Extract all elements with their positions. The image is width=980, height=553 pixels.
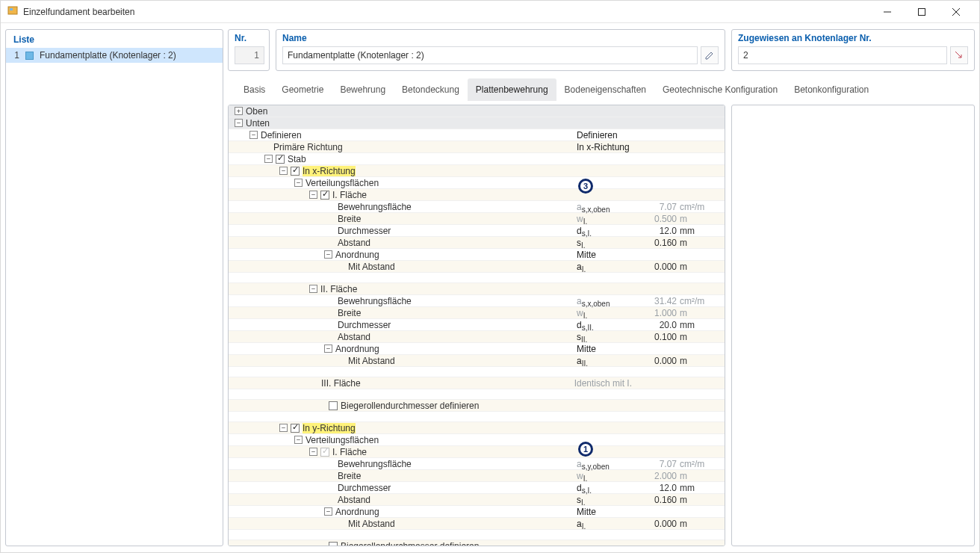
- group-unten[interactable]: − Unten: [229, 117, 725, 129]
- assign-box: Zugewiesen an Knotenlager Nr.: [731, 29, 975, 71]
- minimize-button[interactable]: [870, 1, 905, 23]
- preview-panel: [731, 105, 975, 546]
- row-in-x[interactable]: − In x-Richtung: [229, 165, 725, 177]
- collapse-icon[interactable]: −: [324, 250, 332, 259]
- collapse-icon[interactable]: −: [294, 436, 303, 444]
- row-biegerollen-x[interactable]: Biegerollendurchmesser definieren: [229, 400, 725, 412]
- checkbox[interactable]: [320, 191, 329, 200]
- row-primaer[interactable]: Primäre Richtung In x-Richtung: [229, 141, 725, 153]
- prop-row[interactable]: Mit Abstand aI. 0.000 m: [229, 261, 725, 273]
- value[interactable]: 0.160: [632, 495, 680, 505]
- value[interactable]: 12.0: [632, 226, 680, 236]
- row-definieren[interactable]: − Definieren Definieren: [229, 129, 725, 141]
- value-cell[interactable]: Mitte: [577, 344, 632, 354]
- label: Mit Abstand: [348, 262, 395, 272]
- checkbox[interactable]: [291, 424, 300, 433]
- collapse-icon[interactable]: −: [235, 119, 243, 127]
- collapse-icon[interactable]: −: [309, 285, 317, 293]
- collapse-icon[interactable]: −: [294, 179, 303, 187]
- row-anordnung[interactable]: −Anordnung Mitte: [229, 343, 725, 355]
- prop-row[interactable]: Abstand sI. 0.160 m: [229, 494, 725, 506]
- label: Mit Abstand: [348, 356, 395, 366]
- prop-row[interactable]: Durchmesser ds,I. 12.0 mm: [229, 482, 725, 494]
- prop-row[interactable]: Abstand sII. 0.100 m: [229, 331, 725, 343]
- row-i-flaeche-y[interactable]: − I. Fläche: [229, 446, 725, 458]
- label: Bewehrungsfläche: [338, 202, 412, 212]
- collapse-icon[interactable]: −: [279, 424, 288, 432]
- tab-plattenbewehrung[interactable]: Plattenbewehrung: [468, 78, 556, 101]
- row-anordnung[interactable]: −Anordnung Mitte: [229, 506, 725, 518]
- prop-row[interactable]: Mit Abstand aII. 0.000 m: [229, 355, 725, 367]
- close-button[interactable]: [939, 1, 973, 23]
- value-cell[interactable]: Mitte: [577, 507, 632, 517]
- value[interactable]: 0.160: [632, 238, 680, 248]
- label: Breite: [338, 308, 361, 318]
- checkbox[interactable]: [329, 401, 338, 410]
- pick-node-button[interactable]: [950, 46, 968, 64]
- tab-bodeneigenschaften[interactable]: Bodeneigenschaften: [556, 78, 654, 101]
- param: wI.: [577, 471, 632, 481]
- label: In y-Richtung: [303, 423, 356, 433]
- group-label: Oben: [246, 106, 267, 117]
- value[interactable]: 0.000: [632, 262, 680, 272]
- prop-row[interactable]: Abstand sI. 0.160 m: [229, 237, 725, 249]
- value-cell[interactable]: Mitte: [577, 250, 632, 260]
- nr-title: Nr.: [235, 33, 263, 46]
- collapse-icon[interactable]: −: [324, 507, 332, 516]
- tab-geometrie[interactable]: Geometrie: [273, 78, 332, 101]
- row-in-y[interactable]: − In y-Richtung: [229, 422, 725, 434]
- collapse-icon[interactable]: −: [249, 131, 258, 139]
- label: Bewehrungsfläche: [338, 296, 412, 306]
- group-oben[interactable]: + Oben: [229, 105, 725, 117]
- value[interactable]: 20.0: [632, 320, 680, 330]
- prop-row[interactable]: Durchmesser ds,II. 20.0 mm: [229, 319, 725, 331]
- param: aI.: [577, 519, 632, 529]
- edit-name-button[interactable]: [701, 46, 719, 64]
- row-i-flaeche[interactable]: − I. Fläche: [229, 189, 725, 201]
- value[interactable]: 0.000: [632, 519, 680, 529]
- value[interactable]: 12.0: [632, 483, 680, 493]
- assign-input[interactable]: [738, 46, 947, 64]
- row-biegerollen-y[interactable]: Biegerollendurchmesser definieren: [229, 540, 725, 546]
- tab-betondeckung[interactable]: Betondeckung: [394, 78, 468, 101]
- list-item[interactable]: 1 Fundamentplatte (Knotenlager : 2): [6, 48, 223, 63]
- checkbox[interactable]: [276, 155, 285, 164]
- collapse-icon[interactable]: −: [279, 167, 288, 175]
- value: 7.07: [632, 459, 680, 469]
- collapse-icon[interactable]: −: [324, 345, 332, 353]
- unit: m: [680, 308, 725, 318]
- collapse-icon[interactable]: −: [309, 191, 317, 199]
- group-label: Unten: [246, 118, 270, 129]
- checkbox[interactable]: [291, 167, 300, 176]
- label: Breite: [338, 214, 361, 224]
- prop-row[interactable]: Mit Abstand aI. 0.000 m: [229, 518, 725, 530]
- param: as,x,oben: [577, 296, 632, 306]
- prop-row[interactable]: Durchmesser ds,I. 12.0 mm: [229, 225, 725, 237]
- row-ii-flaeche[interactable]: − II. Fläche: [229, 283, 725, 295]
- tab-bewehrung[interactable]: Bewehrung: [332, 78, 394, 101]
- tab-geotech-konfig[interactable]: Geotechnische Konfiguration: [654, 78, 786, 101]
- row-anordnung[interactable]: −Anordnung Mitte: [229, 249, 725, 261]
- expand-icon[interactable]: +: [235, 107, 243, 115]
- row-verteilung-y[interactable]: − Verteilungsflächen: [229, 434, 725, 446]
- value: 0.500: [632, 214, 680, 224]
- collapse-icon[interactable]: −: [264, 155, 273, 163]
- label: Abstand: [338, 238, 370, 248]
- unit: cm²/m: [680, 296, 725, 306]
- name-box: Name: [276, 29, 725, 71]
- row-verteilung-x[interactable]: − Verteilungsflächen: [229, 177, 725, 189]
- row-stab[interactable]: − Stab: [229, 153, 725, 165]
- value[interactable]: 0.100: [632, 332, 680, 342]
- name-input[interactable]: [282, 46, 698, 64]
- tab-betonkonfig[interactable]: Betonkonfiguration: [786, 78, 877, 101]
- tab-basis[interactable]: Basis: [235, 78, 273, 101]
- unit: m: [680, 332, 725, 342]
- param: as,y,oben: [577, 459, 632, 469]
- value[interactable]: 0.000: [632, 356, 680, 366]
- label: Bewehrungsfläche: [338, 459, 412, 469]
- value: 2.000: [632, 471, 680, 481]
- property-tree[interactable]: + Oben − Unten − Definieren: [228, 105, 725, 546]
- checkbox[interactable]: [329, 542, 338, 547]
- maximize-button[interactable]: [905, 1, 939, 23]
- collapse-icon[interactable]: −: [309, 448, 317, 456]
